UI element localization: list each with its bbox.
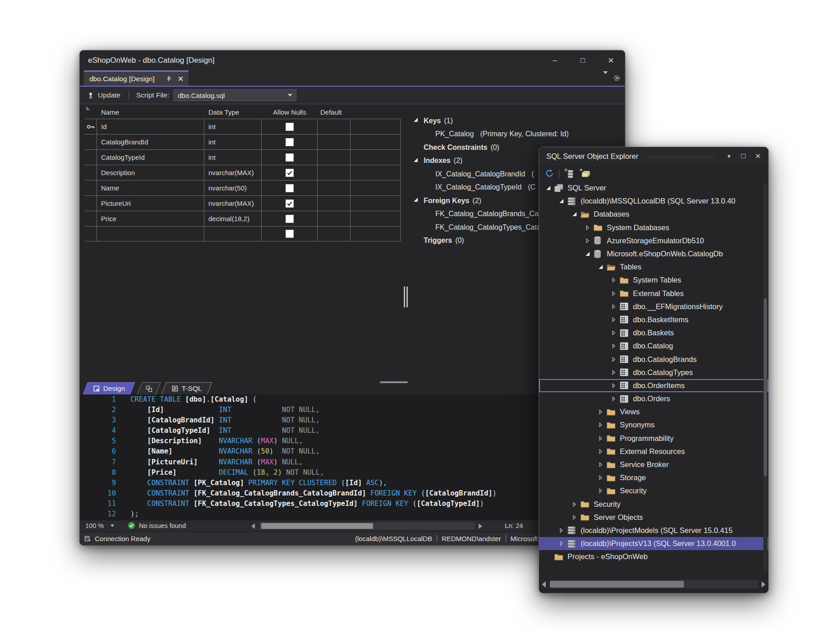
ssoe-vertical-scrollbar[interactable] <box>763 183 767 571</box>
collapsed-arrow-icon[interactable] <box>558 528 564 533</box>
ssoe-close-button[interactable]: ✕ <box>753 152 763 160</box>
row-indicator[interactable] <box>85 211 97 226</box>
pin-icon[interactable] <box>165 75 172 83</box>
chevron-down-icon[interactable] <box>603 74 608 82</box>
allow-nulls-checkbox[interactable] <box>286 169 294 177</box>
collapsed-arrow-icon[interactable] <box>611 317 617 322</box>
cell-name[interactable]: Id <box>97 119 204 134</box>
tree-item-service-broker[interactable]: Service Broker <box>539 458 768 471</box>
tab-sync-panel[interactable] <box>137 382 161 394</box>
collapsed-arrow-icon[interactable] <box>598 436 604 441</box>
tree-item-dbo-orderitems[interactable]: dbo.OrderItems <box>539 379 768 392</box>
cell-extra[interactable] <box>351 119 401 134</box>
cell-extra[interactable] <box>351 211 401 226</box>
scrollbar-track[interactable] <box>549 580 758 588</box>
tree-item-databases[interactable]: Databases <box>539 208 768 221</box>
tree-item-synonyms[interactable]: Synonyms <box>539 418 768 431</box>
cell-name[interactable]: PictureUri <box>97 196 204 211</box>
properties-item-pk-catalog[interactable]: PK_Catalog(Primary Key, Clustered: Id) <box>414 128 625 141</box>
allow-nulls-checkbox[interactable] <box>286 199 294 208</box>
properties-group-keys[interactable]: Keys(1) <box>414 114 625 128</box>
tree-item-programmability[interactable]: Programmability <box>539 432 768 445</box>
cell-name[interactable]: CatalogBrandId <box>97 134 204 149</box>
scroll-right-arrow[interactable] <box>762 581 766 588</box>
column-header-data-type[interactable]: Data Type <box>204 108 262 116</box>
cell-default[interactable] <box>318 227 351 241</box>
expanded-arrow-icon[interactable] <box>414 118 418 122</box>
expanded-arrow-icon[interactable] <box>414 198 418 202</box>
cell-extra[interactable] <box>351 196 401 211</box>
cell-allow-nulls[interactable] <box>262 227 318 241</box>
allow-nulls-checkbox[interactable] <box>286 230 294 238</box>
column-header-name[interactable]: Name <box>97 108 204 116</box>
collapsed-arrow-icon[interactable] <box>598 449 604 454</box>
row-indicator[interactable] <box>85 150 97 165</box>
scrollbar-thumb[interactable] <box>550 581 684 588</box>
row-indicator[interactable] <box>85 119 97 134</box>
cell-allow-nulls[interactable] <box>262 165 318 180</box>
cell-default[interactable] <box>318 150 351 165</box>
tab-tsql[interactable]: T-SQL <box>162 382 212 394</box>
pane-splitter[interactable] <box>404 287 408 307</box>
cell-default[interactable] <box>318 134 351 149</box>
cell-allow-nulls[interactable] <box>262 181 318 195</box>
script-file-dropdown[interactable]: dbo.Catalog.sql <box>174 89 296 101</box>
expanded-arrow-icon[interactable] <box>598 265 604 269</box>
tree-item-localdb-projectsv13-sql-server-13-0-4001-0[interactable]: (localdb)\ProjectsV13 (SQL Server 13.0.4… <box>539 537 768 550</box>
cell-allow-nulls[interactable] <box>262 150 318 165</box>
collapsed-arrow-icon[interactable] <box>572 515 577 520</box>
tree-item-security[interactable]: Security <box>539 484 768 497</box>
row-indicator[interactable] <box>85 196 97 211</box>
ssoe-title-bar[interactable]: SQL Server Object Explorer ▼ □ ✕ <box>539 147 768 165</box>
collapsed-arrow-icon[interactable] <box>598 475 604 480</box>
row-indicator[interactable] <box>85 134 97 149</box>
cell-default[interactable] <box>318 181 351 195</box>
tree-item-system-databases[interactable]: System Databases <box>539 221 768 234</box>
tree-item-projects-eshoponweb[interactable]: Projects - eShopOnWeb <box>539 550 768 563</box>
cell-default[interactable] <box>318 119 351 134</box>
tree-item-microsoft-eshoponweb-catalogdb[interactable]: Microsoft.eShopOnWeb.CatalogDb <box>539 247 768 260</box>
ssoe-maximize-button[interactable]: □ <box>738 152 748 161</box>
maximize-button[interactable]: □ <box>569 51 597 70</box>
cell-default[interactable] <box>318 196 351 211</box>
cell-default[interactable] <box>318 211 351 226</box>
cell-name[interactable]: Description <box>97 165 204 180</box>
cell-data-type[interactable]: nvarchar(50) <box>204 181 262 195</box>
splitter-grip[interactable] <box>380 381 408 383</box>
tree-item-azurestorageemulatordb510[interactable]: AzureStorageEmulatorDb510 <box>539 234 768 247</box>
scroll-left-arrow[interactable] <box>542 581 546 588</box>
cell-allow-nulls[interactable] <box>262 119 318 134</box>
tree-item-dbo-efmigrationshistory[interactable]: dbo.__EFMigrationsHistory <box>539 300 768 313</box>
cell-allow-nulls[interactable] <box>262 196 318 211</box>
expanded-arrow-icon[interactable] <box>414 158 418 162</box>
tree-item-dbo-catalog[interactable]: dbo.Catalog <box>539 339 768 352</box>
collapsed-arrow-icon[interactable] <box>572 502 577 507</box>
collapsed-arrow-icon[interactable] <box>611 278 617 283</box>
new-window-icon[interactable] <box>579 168 591 179</box>
tree-item-localdb-projectmodels-sql-server-15-0-415[interactable]: (localdb)\ProjectModels (SQL Server 15.0… <box>539 524 768 537</box>
expanded-arrow-icon[interactable] <box>545 186 551 190</box>
allow-nulls-checkbox[interactable] <box>286 138 294 146</box>
scrollbar-thumb[interactable] <box>261 523 373 529</box>
refresh-icon[interactable] <box>545 168 554 178</box>
scroll-left-arrow[interactable] <box>251 523 255 529</box>
collapsed-arrow-icon[interactable] <box>611 291 617 296</box>
cell-extra[interactable] <box>351 150 401 165</box>
cell-data-type[interactable] <box>204 227 262 241</box>
expanded-arrow-icon[interactable] <box>585 252 591 256</box>
scrollbar-thumb[interactable] <box>764 298 767 477</box>
cell-data-type[interactable]: int <box>204 150 262 165</box>
collapsed-arrow-icon[interactable] <box>611 304 617 309</box>
scroll-right-arrow[interactable] <box>479 523 482 529</box>
cell-data-type[interactable]: int <box>204 119 262 134</box>
collapsed-arrow-icon[interactable] <box>585 225 591 230</box>
collapsed-arrow-icon[interactable] <box>611 330 617 335</box>
allow-nulls-checkbox[interactable] <box>286 215 294 223</box>
collapsed-arrow-icon[interactable] <box>611 357 617 362</box>
allow-nulls-checkbox[interactable] <box>286 153 294 162</box>
collapsed-arrow-icon[interactable] <box>558 541 564 546</box>
ssoe-dropdown-button[interactable]: ▼ <box>724 153 734 159</box>
collapsed-arrow-icon[interactable] <box>598 409 604 414</box>
collapsed-arrow-icon[interactable] <box>598 422 604 427</box>
collapsed-arrow-icon[interactable] <box>598 488 604 493</box>
